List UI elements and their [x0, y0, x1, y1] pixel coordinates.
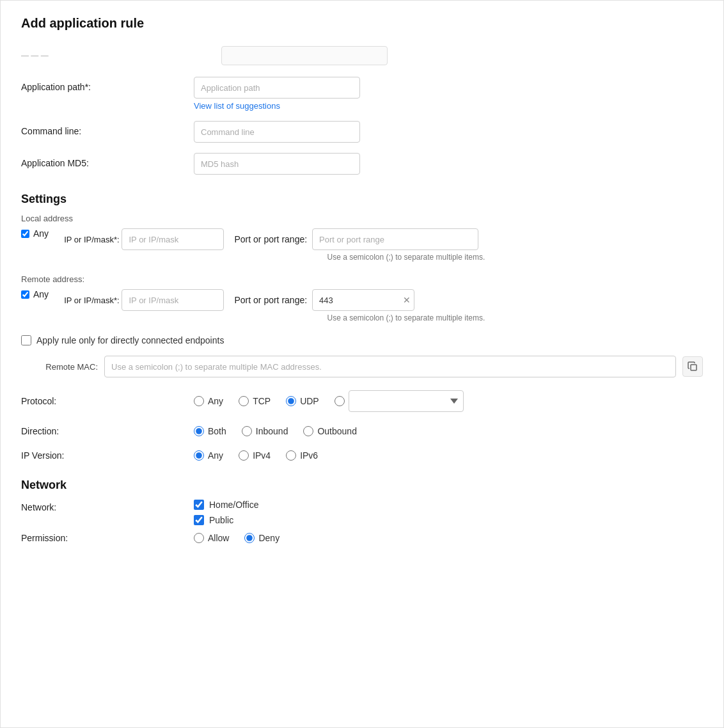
protocol-custom-radio[interactable] — [334, 396, 345, 406]
remote-any-label[interactable]: Any — [33, 289, 49, 299]
partial-input[interactable] — [221, 46, 388, 65]
remote-port-input[interactable] — [312, 289, 414, 311]
local-port-group: Port or port range: — [234, 228, 485, 250]
network-label-row: Network: Home/Office Public — [21, 500, 703, 525]
network-section: Network Network: Home/Office Public Perm… — [21, 479, 703, 543]
home-office-checkbox[interactable] — [194, 500, 204, 510]
apply-rule-row: Apply rule only for directly connected e… — [21, 335, 703, 345]
protocol-tcp-radio[interactable] — [239, 396, 249, 406]
remote-port-hint: Use a semicolon (;) to separate multiple… — [327, 313, 485, 322]
remote-address-label: Remote address: — [21, 274, 703, 284]
apply-rule-label[interactable]: Apply rule only for directly connected e… — [36, 335, 224, 345]
clear-port-button[interactable]: ✕ — [403, 296, 411, 305]
public-item: Public — [194, 515, 259, 525]
app-path-label: Application path*: — [21, 77, 194, 92]
remote-mac-label: Remote MAC: — [21, 362, 98, 372]
protocol-udp-label[interactable]: UDP — [300, 396, 319, 406]
partial-top-row: — — — — [21, 46, 703, 65]
network-section-title: Network — [21, 479, 703, 492]
command-line-input[interactable] — [194, 121, 360, 143]
local-any-checkbox[interactable] — [21, 230, 29, 238]
protocol-udp-radio[interactable] — [286, 396, 296, 406]
protocol-label: Protocol: — [21, 396, 194, 406]
ipv6-radio[interactable] — [286, 450, 296, 461]
public-label[interactable]: Public — [209, 515, 233, 525]
remote-any-checkbox[interactable] — [21, 290, 29, 299]
local-address-fields: Any IP or IP/mask*: Port or port range: … — [21, 228, 703, 262]
permission-label: Permission: — [21, 533, 194, 543]
direction-inbound-radio[interactable] — [242, 426, 252, 436]
remote-mac-input[interactable] — [104, 356, 676, 377]
ipv-any-option: Any — [194, 450, 223, 461]
remote-mac-row: Remote MAC: — [21, 356, 703, 377]
direction-inbound-label[interactable]: Inbound — [256, 426, 288, 436]
permission-deny-radio[interactable] — [244, 533, 255, 543]
local-ip-label: IP or IP/mask*: — [64, 235, 119, 244]
permission-allow-label[interactable]: Allow — [208, 533, 229, 543]
protocol-options: Any TCP UDP — [194, 390, 464, 412]
remote-port-group: Port or port range: ✕ — [234, 289, 485, 311]
app-md5-field — [194, 153, 703, 175]
local-address-label: Local address — [21, 214, 703, 223]
direction-both-radio[interactable] — [194, 426, 204, 436]
ipv6-option: IPv6 — [286, 450, 318, 461]
public-checkbox[interactable] — [194, 515, 204, 525]
local-port-input[interactable] — [312, 228, 478, 250]
settings-section-title: Settings — [21, 193, 703, 206]
ip-version-row: IP Version: Any IPv4 IPv6 — [21, 450, 703, 461]
app-path-input[interactable] — [194, 77, 360, 99]
direction-outbound-radio[interactable] — [303, 426, 313, 436]
partial-top-text: — — — — [21, 51, 49, 60]
protocol-custom-option — [334, 390, 464, 412]
direction-outbound-option: Outbound — [303, 426, 357, 436]
direction-outbound-label[interactable]: Outbound — [317, 426, 357, 436]
protocol-tcp-label[interactable]: TCP — [253, 396, 271, 406]
app-md5-input[interactable] — [194, 153, 360, 175]
permission-allow-radio[interactable] — [194, 533, 204, 543]
network-checkboxes: Home/Office Public — [194, 500, 259, 525]
local-ip-group: IP or IP/mask*: — [64, 228, 224, 250]
local-address-block: Local address Any IP or IP/mask*: Port o… — [21, 214, 703, 262]
local-any-label[interactable]: Any — [33, 228, 49, 239]
protocol-any-label[interactable]: Any — [208, 396, 223, 406]
local-ip-input[interactable] — [122, 228, 224, 250]
local-port-hint: Use a semicolon (;) to separate multiple… — [327, 253, 485, 262]
protocol-tcp-option: TCP — [239, 396, 271, 406]
ipv-any-radio[interactable] — [194, 450, 204, 461]
view-suggestions-link[interactable]: View list of suggestions — [194, 101, 703, 111]
copy-mac-button[interactable] — [682, 356, 703, 377]
ipv4-label[interactable]: IPv4 — [253, 450, 271, 461]
app-path-field: View list of suggestions — [194, 77, 703, 111]
ipv6-label[interactable]: IPv6 — [300, 450, 318, 461]
direction-label: Direction: — [21, 426, 194, 436]
apply-rule-checkbox[interactable] — [21, 335, 31, 345]
svg-rect-0 — [691, 365, 696, 370]
direction-both-label[interactable]: Both — [208, 426, 226, 436]
remote-port-input-wrap: ✕ — [312, 289, 414, 311]
local-port-col: Port or port range: Use a semicolon (;) … — [234, 228, 485, 262]
permission-allow-option: Allow — [194, 533, 229, 543]
permission-options: Allow Deny — [194, 533, 279, 543]
protocol-custom-select[interactable] — [349, 390, 464, 412]
local-port-label: Port or port range: — [234, 234, 307, 244]
command-line-field — [194, 121, 703, 143]
permission-deny-option: Deny — [244, 533, 279, 543]
app-md5-row: Application MD5: — [21, 153, 703, 175]
ipv-any-label[interactable]: Any — [208, 450, 223, 461]
command-line-label: Command line: — [21, 121, 194, 136]
protocol-any-radio[interactable] — [194, 396, 204, 406]
page-container: Add application rule — — — Application p… — [0, 0, 724, 728]
remote-address-block: Remote address: Any IP or IP/mask*: Port… — [21, 274, 703, 322]
remote-ip-input[interactable] — [122, 289, 224, 311]
local-any-check: Any — [21, 228, 49, 239]
ip-version-options: Any IPv4 IPv6 — [194, 450, 318, 461]
protocol-row: Protocol: Any TCP UDP — [21, 390, 703, 412]
ipv4-radio[interactable] — [239, 450, 249, 461]
home-office-label[interactable]: Home/Office — [209, 500, 259, 510]
page-title: Add application rule — [21, 16, 703, 31]
remote-address-fields: Any IP or IP/mask*: Port or port range: … — [21, 289, 703, 322]
direction-both-option: Both — [194, 426, 226, 436]
remote-any-check: Any — [21, 289, 49, 299]
permission-deny-label[interactable]: Deny — [258, 533, 279, 543]
app-md5-label: Application MD5: — [21, 153, 194, 168]
